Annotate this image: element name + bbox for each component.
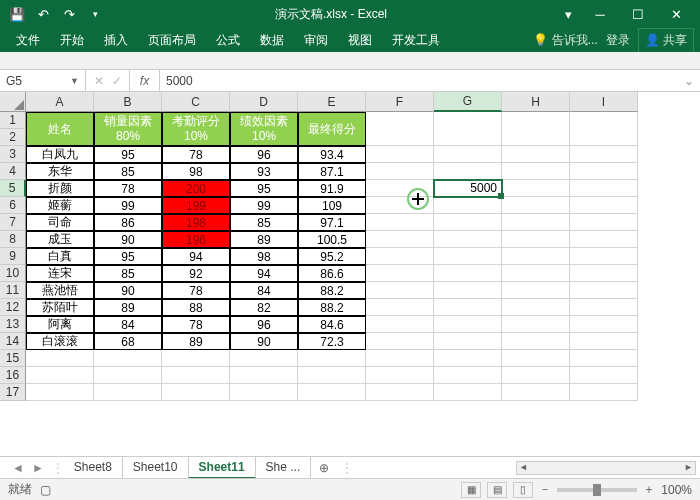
cell[interactable]: 78 (162, 146, 230, 163)
cell[interactable]: 95.2 (298, 248, 366, 265)
select-all-corner[interactable] (0, 92, 26, 112)
zoom-in-icon[interactable]: ＋ (643, 481, 655, 498)
cell[interactable]: 93 (230, 163, 298, 180)
cell[interactable] (434, 316, 502, 333)
ribbon-options-icon[interactable]: ▾ (556, 0, 580, 28)
cell[interactable]: 90 (94, 282, 162, 299)
cell[interactable]: 白真 (26, 248, 94, 265)
cell[interactable]: 89 (94, 299, 162, 316)
cell[interactable]: 94 (230, 265, 298, 282)
fx-icon[interactable]: fx (130, 70, 160, 91)
name-box[interactable]: G5▼ (0, 70, 86, 91)
cell[interactable] (434, 231, 502, 248)
table-header[interactable]: 考勤评分10% (162, 112, 230, 146)
cell[interactable] (502, 265, 570, 282)
enter-icon[interactable]: ✓ (112, 74, 122, 88)
cell[interactable]: 86.6 (298, 265, 366, 282)
table-header[interactable]: 姓名 (26, 112, 94, 146)
maximize-icon[interactable]: ☐ (620, 0, 656, 28)
table-header[interactable]: 最终得分 (298, 112, 366, 146)
row-header[interactable]: 11 (0, 282, 26, 299)
row-header[interactable]: 12 (0, 299, 26, 316)
cell[interactable] (570, 265, 638, 282)
cell[interactable] (502, 112, 570, 146)
cell[interactable] (162, 384, 230, 401)
cell[interactable]: 85 (230, 214, 298, 231)
sheet-tab[interactable]: She ... (256, 457, 312, 479)
row-header[interactable]: 10 (0, 265, 26, 282)
ribbon-tab[interactable]: 插入 (94, 28, 138, 53)
cell[interactable]: 折颜 (26, 180, 94, 197)
cell[interactable] (502, 214, 570, 231)
page-break-view-icon[interactable]: ▯ (513, 482, 533, 498)
cell[interactable] (570, 333, 638, 350)
cell[interactable] (366, 146, 434, 163)
column-header[interactable]: A (26, 92, 94, 112)
cell[interactable] (366, 333, 434, 350)
cell[interactable]: 96 (230, 316, 298, 333)
close-icon[interactable]: ✕ (658, 0, 694, 28)
cell[interactable]: 88 (162, 299, 230, 316)
cell[interactable] (502, 316, 570, 333)
column-header[interactable]: B (94, 92, 162, 112)
cell[interactable] (366, 316, 434, 333)
cell[interactable] (570, 180, 638, 197)
cell[interactable]: 白凤九 (26, 146, 94, 163)
cell[interactable]: 司命 (26, 214, 94, 231)
cell[interactable] (502, 333, 570, 350)
cell[interactable] (502, 350, 570, 367)
cell[interactable] (366, 231, 434, 248)
cell[interactable] (94, 350, 162, 367)
cell[interactable]: 东华 (26, 163, 94, 180)
cell[interactable]: 98 (230, 248, 298, 265)
cell[interactable] (162, 367, 230, 384)
cell[interactable] (434, 214, 502, 231)
cell[interactable]: 燕池悟 (26, 282, 94, 299)
page-layout-view-icon[interactable]: ▤ (487, 482, 507, 498)
cell[interactable] (502, 248, 570, 265)
cell[interactable] (434, 333, 502, 350)
cell[interactable] (366, 265, 434, 282)
cell[interactable]: 109 (298, 197, 366, 214)
row-header[interactable]: 13 (0, 316, 26, 333)
cell[interactable]: 93.4 (298, 146, 366, 163)
row-header[interactable]: 17 (0, 384, 26, 401)
cell[interactable] (434, 197, 502, 214)
cell[interactable]: 78 (94, 180, 162, 197)
cell[interactable] (366, 350, 434, 367)
cell[interactable]: 84 (230, 282, 298, 299)
cell[interactable]: 99 (230, 197, 298, 214)
worksheet-grid[interactable]: ABCDEFGHI 1234567891011121314151617 姓名销量… (0, 92, 700, 456)
cell[interactable]: 200 (162, 180, 230, 197)
cell[interactable]: 78 (162, 282, 230, 299)
row-header[interactable]: 5 (0, 180, 26, 197)
cell[interactable] (570, 163, 638, 180)
cell[interactable] (366, 214, 434, 231)
column-header[interactable]: H (502, 92, 570, 112)
sheet-nav-prev-icon[interactable]: ◄ (12, 461, 24, 475)
cell[interactable]: 白滚滚 (26, 333, 94, 350)
cell[interactable]: 5000 (434, 180, 502, 197)
cell[interactable] (434, 265, 502, 282)
cell[interactable] (570, 248, 638, 265)
cell[interactable]: 姬蘅 (26, 197, 94, 214)
cell[interactable] (502, 299, 570, 316)
column-header[interactable]: E (298, 92, 366, 112)
cell[interactable] (570, 197, 638, 214)
column-header[interactable]: D (230, 92, 298, 112)
save-icon[interactable]: 💾 (6, 3, 28, 25)
cell[interactable] (26, 350, 94, 367)
column-header[interactable]: C (162, 92, 230, 112)
row-header[interactable]: 16 (0, 367, 26, 384)
tell-me[interactable]: 💡 告诉我... (533, 32, 597, 49)
cancel-icon[interactable]: ✕ (94, 74, 104, 88)
cell[interactable]: 78 (162, 316, 230, 333)
cell[interactable] (502, 146, 570, 163)
sheet-tab[interactable]: Sheet11 (189, 457, 256, 479)
cell[interactable]: 89 (162, 333, 230, 350)
ribbon-tab[interactable]: 公式 (206, 28, 250, 53)
minimize-icon[interactable]: ─ (582, 0, 618, 28)
cell[interactable]: 88.2 (298, 299, 366, 316)
signin-link[interactable]: 登录 (606, 32, 630, 49)
qat-more-icon[interactable]: ▾ (84, 3, 106, 25)
